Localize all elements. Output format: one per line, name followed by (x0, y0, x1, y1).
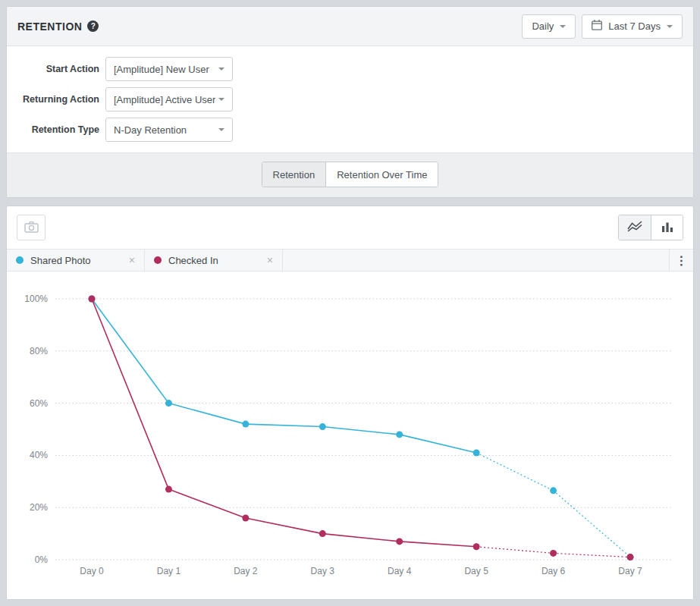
start-action-label: Start Action (7, 64, 99, 74)
x-axis-tick: Day 0 (80, 566, 104, 576)
data-point[interactable] (319, 530, 326, 537)
chevron-down-icon (560, 25, 566, 28)
close-icon[interactable]: × (118, 254, 135, 266)
chart-panel: Shared Photo × Checked In × ⋮ 0%20%40%60… (6, 206, 694, 600)
data-point[interactable] (396, 431, 403, 438)
y-axis-tick: 20% (30, 502, 48, 513)
data-point[interactable] (473, 543, 480, 550)
y-axis-tick: 40% (30, 450, 48, 460)
form-row: Retention Type N-Day Retention (7, 118, 693, 142)
y-axis-tick: 100% (24, 294, 48, 304)
series-legend-bar: Shared Photo × Checked In × ⋮ (7, 249, 693, 272)
chevron-down-icon (667, 25, 673, 28)
data-point[interactable] (89, 296, 96, 303)
chevron-down-icon (218, 128, 224, 131)
chevron-down-icon (218, 68, 224, 71)
x-axis-tick: Day 5 (464, 566, 488, 576)
series-line-segment (400, 435, 476, 453)
data-point[interactable] (165, 486, 172, 493)
view-tabbar: Retention Retention Over Time (7, 152, 693, 197)
kebab-menu-icon[interactable]: ⋮ (669, 250, 693, 271)
legend-chip-shared-photo[interactable]: Shared Photo × (7, 250, 145, 271)
view-tab-group: Retention Retention Over Time (262, 162, 439, 187)
export-chart-image-button[interactable] (17, 215, 46, 240)
calendar-icon (592, 20, 602, 33)
series-line-segment (322, 534, 399, 542)
returning-action-label: Returning Action (7, 94, 99, 105)
panel-header: RETENTION ? Daily (7, 7, 693, 46)
retention-chart-area: 0%20%40%60%80%100%Day 0Day 1Day 2Day 3Da… (7, 272, 693, 599)
x-axis-tick: Day 1 (157, 566, 181, 576)
series-line-segment (92, 299, 168, 489)
granularity-value: Daily (532, 20, 554, 32)
series-line-segment (322, 427, 399, 435)
series-line-segment (246, 424, 322, 426)
data-point[interactable] (550, 550, 557, 557)
data-point[interactable] (473, 449, 480, 456)
tab-retention[interactable]: Retention (262, 162, 326, 187)
bar-chart-toggle-button[interactable] (651, 215, 683, 240)
x-axis-tick: Day 7 (618, 566, 642, 576)
x-axis-tick: Day 2 (234, 566, 258, 576)
start-action-dropdown[interactable]: [Amplitude] New User (105, 57, 233, 81)
data-point[interactable] (242, 514, 249, 521)
form-row: Returning Action [Amplitude] Active User (7, 87, 693, 111)
series-line-segment (554, 491, 630, 557)
series-color-dot (16, 256, 24, 264)
close-icon[interactable]: × (256, 254, 273, 266)
panel-header-left: RETENTION ? (17, 20, 99, 33)
chart-toolbar (7, 206, 693, 249)
series-line-segment (476, 453, 553, 491)
retention-form: Start Action [Amplitude] New User Return… (7, 46, 693, 152)
series-color-dot (154, 256, 162, 264)
series-line-segment (554, 553, 630, 557)
line-chart-icon (627, 221, 642, 234)
tab-retention-over-time[interactable]: Retention Over Time (325, 162, 438, 187)
bar-chart-icon (662, 221, 673, 234)
page: RETENTION ? Daily (0, 0, 700, 606)
series-label: Checked In (168, 255, 250, 266)
form-row: Start Action [Amplitude] New User (7, 57, 693, 81)
retention-line-chart: 0%20%40%60%80%100%Day 0Day 1Day 2Day 3Da… (7, 272, 693, 599)
chart-type-toggle (618, 215, 683, 240)
line-chart-toggle-button[interactable] (619, 215, 651, 240)
series-line-segment (168, 403, 245, 425)
data-point[interactable] (627, 554, 634, 560)
series-label: Shared Photo (30, 255, 111, 266)
legend-chip-checked-in[interactable]: Checked In × (145, 250, 283, 271)
returning-action-dropdown[interactable]: [Amplitude] Active User (105, 87, 233, 111)
series-line-segment (400, 542, 476, 547)
granularity-dropdown[interactable]: Daily (522, 14, 576, 39)
retention-settings-panel: RETENTION ? Daily (6, 6, 694, 198)
data-point[interactable] (319, 423, 326, 430)
series-line-segment (476, 547, 553, 554)
date-range-value: Last 7 Days (608, 20, 661, 32)
data-point[interactable] (396, 538, 403, 545)
y-axis-tick: 80% (30, 346, 48, 356)
panel-header-right: Daily Last 7 Days (522, 14, 683, 39)
retention-type-dropdown[interactable]: N-Day Retention (105, 118, 233, 142)
data-point[interactable] (165, 400, 172, 407)
returning-action-value: [Amplitude] Active User (114, 94, 215, 105)
help-icon[interactable]: ? (87, 20, 99, 32)
y-axis-tick: 0% (35, 554, 49, 565)
series-line-segment (246, 518, 322, 534)
data-point[interactable] (550, 487, 557, 494)
data-point[interactable] (242, 421, 249, 428)
camera-icon (24, 221, 39, 235)
x-axis-tick: Day 3 (311, 566, 335, 576)
page-title: RETENTION (17, 20, 82, 33)
series-line-segment (168, 489, 245, 518)
date-range-dropdown[interactable]: Last 7 Days (582, 14, 683, 39)
start-action-value: [Amplitude] New User (114, 64, 209, 75)
retention-type-value: N-Day Retention (114, 124, 187, 136)
x-axis-tick: Day 6 (541, 566, 566, 576)
legend-spacer (283, 250, 669, 271)
retention-type-label: Retention Type (7, 124, 99, 135)
y-axis-tick: 60% (30, 398, 48, 409)
x-axis-tick: Day 4 (388, 566, 412, 576)
chevron-down-icon (218, 98, 224, 101)
